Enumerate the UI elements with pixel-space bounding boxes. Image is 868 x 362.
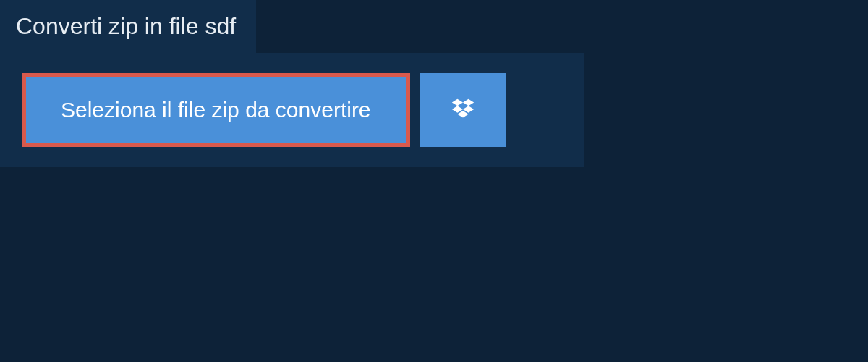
- dropbox-button[interactable]: [420, 73, 506, 147]
- select-file-button[interactable]: Seleziona il file zip da convertire: [26, 77, 406, 143]
- conversion-panel: Seleziona il file zip da convertire: [0, 53, 584, 167]
- tab-header: Converti zip in file sdf: [0, 0, 256, 53]
- select-file-label: Seleziona il file zip da convertire: [61, 98, 371, 122]
- select-file-highlight: Seleziona il file zip da convertire: [22, 73, 410, 147]
- dropbox-icon: [449, 96, 477, 124]
- button-row: Seleziona il file zip da convertire: [22, 73, 564, 147]
- tab-convert[interactable]: Converti zip in file sdf: [0, 0, 256, 53]
- tab-title: Converti zip in file sdf: [16, 13, 236, 39]
